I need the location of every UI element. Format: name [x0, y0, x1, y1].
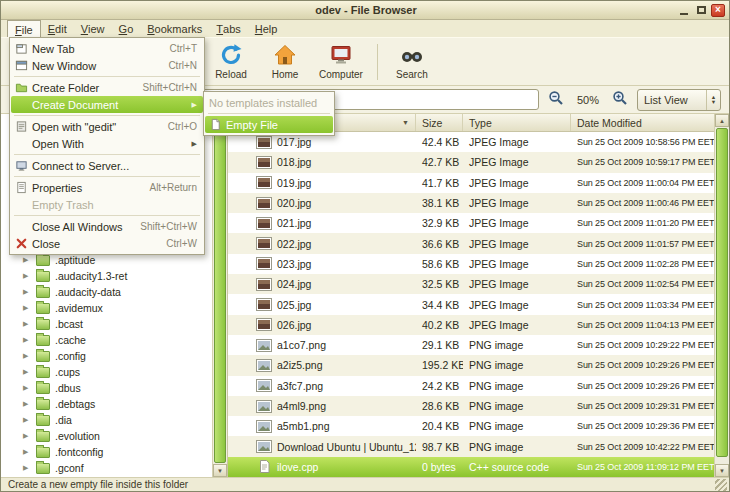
menu-item-create-document[interactable]: Create Document▶ — [11, 96, 203, 113]
expander-icon[interactable]: ▶ — [23, 256, 36, 264]
tree-item-config[interactable]: ▶.config — [1, 348, 212, 364]
menu-file[interactable]: File — [7, 20, 41, 37]
tree-item-cups[interactable]: ▶.cups — [1, 364, 212, 380]
file-size: 41.7 KB — [416, 177, 463, 189]
tree-item-audacity-data[interactable]: ▶.audacity-data — [1, 284, 212, 300]
expander-icon[interactable]: ▶ — [23, 320, 36, 328]
sidebar-scrollbar[interactable]: ▲ ▼ — [212, 114, 227, 477]
menu-view[interactable]: View — [74, 20, 112, 37]
menu-item-connect-to-server[interactable]: Connect to Server... — [11, 157, 203, 174]
menu-item-open-with-gedit[interactable]: Open with "gedit"Ctrl+O — [11, 118, 203, 135]
expander-icon[interactable]: ▶ — [23, 416, 36, 424]
scroll-up-icon[interactable]: ▲ — [715, 114, 729, 127]
expander-icon[interactable]: ▶ — [23, 336, 36, 344]
file-row-ilove-cpp[interactable]: ilove.cpp0 bytesC++ source codeSun 25 Oc… — [228, 457, 714, 477]
menu-item-open-with[interactable]: Open With▶ — [11, 135, 203, 152]
menu-item-create-folder[interactable]: Create FolderShift+Ctrl+N — [11, 79, 203, 96]
tree-item-dbus[interactable]: ▶.dbus — [1, 380, 212, 396]
file-row-020-jpg[interactable]: 020.jpg38.1 KBJPEG ImageSun 25 Oct 2009 … — [228, 193, 714, 213]
file-row-021-jpg[interactable]: 021.jpg32.9 KBJPEG ImageSun 25 Oct 2009 … — [228, 213, 714, 233]
file-row-024-jpg[interactable]: 024.jpg32.5 KBJPEG ImageSun 25 Oct 2009 … — [228, 274, 714, 294]
scroll-down-icon[interactable]: ▼ — [213, 464, 227, 477]
folder-icon — [36, 463, 50, 474]
jpg-file-icon — [256, 278, 272, 291]
menu-tabs[interactable]: Tabs — [209, 20, 247, 37]
menu-item-close-all-windows[interactable]: Close All WindowsShift+Ctrl+W — [11, 218, 203, 235]
expander-icon[interactable]: ▶ — [23, 464, 36, 472]
tree-item-dia[interactable]: ▶.dia — [1, 412, 212, 428]
menu-bookmarks[interactable]: Bookmarks — [140, 20, 209, 37]
menu-help[interactable]: Help — [248, 20, 285, 37]
file-row-a3fc7-png[interactable]: a3fc7.png24.2 KBPNG imageSun 25 Oct 2009… — [228, 376, 714, 396]
tree-item-bcast[interactable]: ▶.bcast — [1, 316, 212, 332]
expander-icon[interactable]: ▶ — [23, 272, 36, 280]
expander-icon[interactable]: ▶ — [23, 352, 36, 360]
search-button[interactable]: Search — [385, 40, 439, 84]
toolbar-button-label: Reload — [215, 69, 247, 80]
minimize-button[interactable] — [677, 4, 691, 17]
menu-edit[interactable]: Edit — [41, 20, 74, 37]
file-row-a4ml9-png[interactable]: a4ml9.png28.6 KBPNG imageSun 25 Oct 2009… — [228, 396, 714, 416]
tree-item-debtags[interactable]: ▶.debtags — [1, 396, 212, 412]
tree-item-cache[interactable]: ▶.cache — [1, 332, 212, 348]
home-button[interactable]: Home — [258, 40, 312, 84]
file-row-023-jpg[interactable]: 023.jpg58.6 KBJPEG ImageSun 25 Oct 2009 … — [228, 254, 714, 274]
column-header-label: Date Modified — [577, 117, 642, 129]
column-header-date-modified[interactable]: Date Modified — [571, 114, 714, 131]
file-modified: Sun 25 Oct 2009 11:00:46 PM EET — [571, 198, 714, 208]
expander-icon[interactable]: ▶ — [23, 448, 36, 456]
tree-item-gconf[interactable]: ▶.gconf — [1, 460, 212, 476]
menu-item-close[interactable]: CloseCtrl+W — [11, 235, 203, 252]
column-header-type[interactable]: Type — [463, 114, 571, 131]
menu-item-empty-file[interactable]: Empty File — [205, 116, 333, 133]
file-row-022-jpg[interactable]: 022.jpg36.6 KBJPEG ImageSun 25 Oct 2009 … — [228, 233, 714, 253]
tree-item-avidemux[interactable]: ▶.avidemux — [1, 300, 212, 316]
menu-item-properties[interactable]: PropertiesAlt+Return — [11, 179, 203, 196]
expander-icon[interactable]: ▶ — [23, 400, 36, 408]
maximize-button[interactable] — [694, 4, 708, 17]
sort-descending-icon: ▼ — [398, 119, 409, 126]
reload-button[interactable]: Reload — [204, 40, 258, 84]
expander-icon[interactable]: ▶ — [23, 432, 36, 440]
combo-arrows-icon: ▲▼ — [706, 90, 720, 110]
column-header-size[interactable]: Size — [416, 114, 463, 131]
menu-separator — [14, 76, 200, 77]
submenu-arrow-icon: ▶ — [192, 140, 197, 148]
expander-icon[interactable]: ▶ — [23, 384, 36, 392]
file-row-a5mb1-png[interactable]: a5mb1.png20.4 KBPNG imageSun 25 Oct 2009… — [228, 416, 714, 436]
menu-item-new-window[interactable]: New WindowCtrl+N — [11, 57, 203, 74]
file-row-019-jpg[interactable]: 019.jpg41.7 KBJPEG ImageSun 25 Oct 2009 … — [228, 173, 714, 193]
expander-icon[interactable]: ▶ — [23, 368, 36, 376]
zoom-in-button[interactable] — [609, 89, 631, 111]
home-icon — [273, 43, 297, 67]
expander-icon[interactable]: ▶ — [23, 288, 36, 296]
tree-item-audacity1-3-ret[interactable]: ▶.audacity1.3-ret — [1, 268, 212, 284]
sidebar-scrollbar-thumb[interactable] — [214, 128, 226, 463]
file-size: 20.4 KB — [416, 420, 463, 432]
column-header-label: Size — [422, 117, 442, 129]
file-row-025-jpg[interactable]: 025.jpg34.4 KBJPEG ImageSun 25 Oct 2009 … — [228, 294, 714, 314]
resize-grip-icon[interactable] — [715, 479, 727, 491]
file-row-026-jpg[interactable]: 026.jpg40.2 KBJPEG ImageSun 25 Oct 2009 … — [228, 315, 714, 335]
menu-item-new-tab[interactable]: New TabCtrl+T — [11, 40, 203, 57]
file-row-a1co7-png[interactable]: a1co7.png29.1 KBPNG imageSun 25 Oct 2009… — [228, 335, 714, 355]
close-window-button[interactable]: × — [711, 4, 725, 17]
file-row-018-jpg[interactable]: 018.jpg42.7 KBJPEG ImageSun 25 Oct 2009 … — [228, 152, 714, 172]
file-row-a2iz5-png[interactable]: a2iz5.png195.2 KBPNG imageSun 25 Oct 200… — [228, 355, 714, 375]
titlebar[interactable]: odev - File Browser × — [1, 1, 729, 20]
scroll-down-icon[interactable]: ▼ — [715, 464, 729, 477]
list-scrollbar[interactable]: ▲ ▼ — [714, 114, 729, 477]
file-name: a1co7.png — [277, 339, 326, 351]
tree-item-label: .fontconfig — [55, 446, 103, 458]
expander-icon[interactable]: ▶ — [23, 304, 36, 312]
file-row-download-ubuntu-ubuntu-12565[interactable]: Download Ubuntu | Ubuntu_12565...98.7 KB… — [228, 436, 714, 456]
file-modified: Sun 25 Oct 2009 11:02:54 PM EET — [571, 279, 714, 289]
column-header-label: Type — [469, 117, 492, 129]
tree-item-fontconfig[interactable]: ▶.fontconfig — [1, 444, 212, 460]
tree-item-evolution[interactable]: ▶.evolution — [1, 428, 212, 444]
view-mode-select[interactable]: List View ▲▼ — [637, 89, 721, 111]
zoom-out-button[interactable] — [545, 89, 567, 111]
list-scrollbar-thumb[interactable] — [716, 128, 728, 457]
menu-go[interactable]: Go — [112, 20, 141, 37]
computer-button[interactable]: Computer — [312, 40, 370, 84]
